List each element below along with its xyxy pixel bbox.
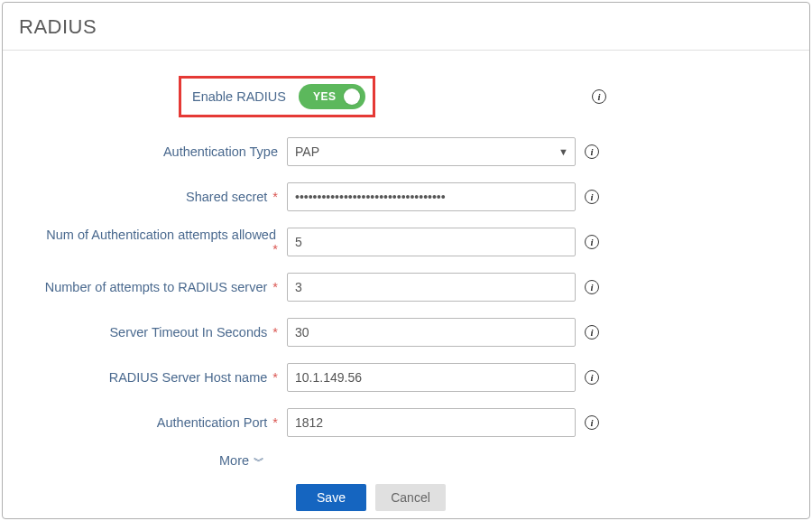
label-radius-attempts: Number of attempts to RADIUS server * (39, 280, 287, 294)
panel-body: Enable RADIUS YES i Authentication Type … (3, 51, 809, 519)
label-auth-attempts: Num of Authentication attempts allowed * (39, 228, 287, 256)
row-shared-secret: Shared secret * i (39, 182, 773, 211)
auth-type-select[interactable]: PAP (287, 137, 576, 166)
auth-port-input[interactable] (287, 408, 576, 437)
label-auth-type: Authentication Type (39, 144, 287, 159)
info-icon[interactable]: i (592, 89, 606, 104)
row-more: More ︾ (219, 453, 773, 470)
row-host-name: RADIUS Server Host name * i (39, 363, 773, 392)
host-name-input[interactable] (287, 363, 576, 392)
radius-attempts-input[interactable] (287, 273, 576, 302)
info-icon[interactable]: i (585, 415, 599, 430)
enable-highlight-box: Enable RADIUS YES (179, 76, 375, 117)
shared-secret-input[interactable] (287, 182, 576, 211)
label-auth-port: Authentication Port * (39, 415, 287, 430)
row-radius-attempts: Number of attempts to RADIUS server * i (39, 273, 773, 302)
page-title: RADIUS (19, 15, 793, 39)
label-shared-secret: Shared secret * (39, 190, 287, 204)
info-icon[interactable]: i (585, 235, 599, 249)
toggle-yes-label: YES (313, 90, 337, 103)
info-icon[interactable]: i (585, 144, 599, 159)
info-icon[interactable]: i (585, 280, 599, 294)
info-icon[interactable]: i (585, 190, 599, 204)
enable-radius-toggle[interactable]: YES (299, 84, 365, 109)
button-row: Save Cancel (296, 484, 773, 511)
server-timeout-input[interactable] (287, 318, 576, 347)
label-enable-radius: Enable RADIUS (185, 89, 299, 104)
cancel-button[interactable]: Cancel (375, 484, 446, 511)
row-enable-radius: Enable RADIUS YES i (39, 76, 773, 117)
label-host-name: RADIUS Server Host name * (39, 370, 287, 385)
radius-panel: RADIUS Enable RADIUS YES i Authenticatio… (2, 2, 810, 519)
auth-attempts-input[interactable] (287, 228, 576, 256)
row-auth-attempts: Num of Authentication attempts allowed *… (39, 228, 773, 256)
info-icon[interactable]: i (585, 370, 599, 385)
panel-header: RADIUS (3, 3, 809, 51)
toggle-knob (344, 88, 360, 105)
double-chevron-down-icon: ︾ (251, 455, 264, 468)
info-icon[interactable]: i (585, 325, 599, 340)
row-auth-port: Authentication Port * i (39, 408, 773, 437)
save-button[interactable]: Save (296, 484, 366, 511)
row-server-timeout: Server Timeout In Seconds * i (39, 318, 773, 347)
more-toggle-link[interactable]: More ︾ (219, 453, 264, 468)
label-server-timeout: Server Timeout In Seconds * (39, 325, 287, 340)
row-auth-type: Authentication Type PAP ▼ i (39, 137, 773, 166)
